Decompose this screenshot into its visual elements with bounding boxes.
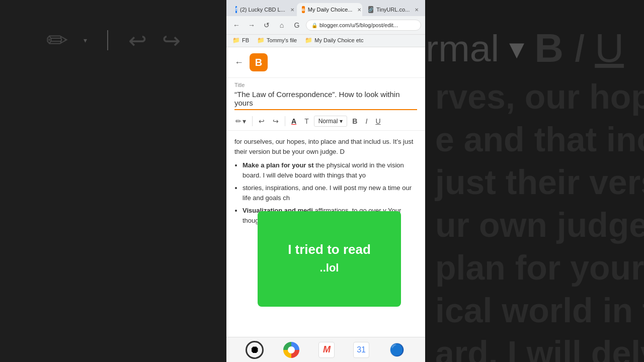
bold-button[interactable]: B [349, 115, 360, 127]
back-arrow-icon: ← [234, 57, 244, 67]
fourth-app-icon: 🔵 [389, 343, 405, 357]
bookmark-my-daily-choice[interactable]: 📁 My Daily Choice etc [303, 36, 365, 45]
tab-lucky-cbd-close[interactable]: ✕ [290, 7, 294, 13]
overlay-text-line2: ..lol [320, 259, 339, 276]
bg-pencil-icon: ✏ [46, 25, 68, 55]
tab-lucky-cbd-label: (2) Lucky CBD L... [240, 7, 285, 13]
toolbar-separator-1 [252, 116, 253, 126]
tab-lucky-cbd[interactable]: f (2) Lucky CBD L... ✕ [230, 3, 296, 16]
tab-my-daily-choice-label: My Daily Choice... [308, 7, 353, 13]
calendar-date: 31 [357, 345, 366, 354]
record-icon: ⏺ [250, 344, 260, 355]
green-overlay: I tried to read ..lol [258, 211, 401, 307]
tab-my-daily-choice-close[interactable]: ✕ [357, 7, 361, 13]
forward-button[interactable]: → [246, 19, 258, 31]
bookmark-mdc-icon: 📁 [305, 37, 312, 44]
bullet2-text: stories, inspirations, and one. I will p… [243, 184, 412, 202]
redo-icon: ↪ [273, 117, 279, 125]
bg-bold-label: B [534, 25, 564, 71]
google-icon: G [294, 21, 300, 29]
bg-content-text: rves, our hopes, e and that includ just … [425, 75, 644, 362]
font-color-button[interactable]: A [288, 115, 299, 127]
bg-line-1: rves, our hopes, [435, 75, 634, 118]
refresh-icon: ↺ [264, 21, 270, 29]
bookmarks-bar: 📁 FB 📁 Tommy's file 📁 My Daily Choice et… [226, 34, 425, 47]
address-bar[interactable]: 🔒 blogger.com/u/5/blog/post/edit... [306, 20, 421, 31]
bold-icon: B [352, 117, 357, 125]
blogger-favicon: B [302, 6, 305, 13]
bg-normal-label: Normal [425, 27, 499, 70]
back-icon: ← [233, 21, 240, 29]
tab-tinyurl[interactable]: 🔗 TinyURL.co... ✕ [363, 3, 421, 16]
calendar-button[interactable]: 31 [353, 342, 369, 358]
bookmark-fb[interactable]: 📁 FB [230, 36, 251, 45]
editor-toolbar: ✏ ▾ ↩ ↪ A T Normal ▾ B [226, 112, 425, 131]
undo-icon: ↩ [259, 117, 265, 125]
text-size-button[interactable]: T [301, 115, 312, 127]
google-button[interactable]: G [291, 19, 303, 31]
bottom-bar: ⏺ M 31 🔵 [226, 337, 425, 362]
bg-line-6: ical world in the [435, 289, 634, 332]
background-right: Normal ▾ B I U rves, our hopes, e and th… [425, 0, 644, 362]
undo-button[interactable]: ↩ [256, 115, 268, 127]
bookmark-mdc-label: My Daily Choice etc [314, 37, 363, 43]
bookmark-fb-icon: 📁 [232, 37, 240, 44]
post-title[interactable]: “The Law of Correspondence”. How to look… [234, 90, 417, 110]
bg-redo-icon: ↪ [162, 28, 181, 53]
browser-chrome: f (2) Lucky CBD L... ✕ B My Daily Choice… [226, 0, 425, 47]
fourth-app-button[interactable]: 🔵 [388, 341, 406, 359]
forward-icon: → [248, 21, 255, 29]
home-icon: ⌂ [280, 21, 284, 29]
bg-normal-chevron: ▾ [509, 31, 524, 66]
bg-pencil-chevron: ▾ [84, 36, 87, 44]
blogger-header: ← B [226, 47, 425, 78]
tab-tinyurl-label: TinyURL.co... [376, 7, 410, 13]
gmail-button[interactable]: M [318, 342, 335, 358]
tab-bar: f (2) Lucky CBD L... ✕ B My Daily Choice… [226, 0, 425, 16]
content-intro: for ourselves, our hopes, into place and… [234, 137, 417, 156]
font-color-icon: A [291, 117, 296, 125]
refresh-button[interactable]: ↺ [261, 19, 273, 31]
bookmark-tommy-label: Tommy's file [267, 37, 297, 43]
italic-button[interactable]: I [362, 115, 370, 127]
toolbar-separator-2 [285, 116, 285, 126]
record-button[interactable]: ⏺ [246, 341, 264, 359]
underline-button[interactable]: U [372, 115, 383, 127]
bg-italic-label: I [574, 25, 585, 71]
redo-button[interactable]: ↪ [270, 115, 282, 127]
bullet1-strong: Make a plan for your st [243, 161, 314, 169]
style-normal-label: Normal [318, 118, 338, 125]
bookmark-tommy-icon: 📁 [257, 37, 265, 44]
bg-line-4: ur own judge. D [435, 204, 634, 246]
tab-tinyurl-close[interactable]: ✕ [415, 7, 419, 13]
bookmark-fb-label: FB [242, 37, 249, 43]
pencil-tool-icon: ✏ [235, 117, 242, 125]
style-chevron: ▾ [340, 118, 343, 125]
back-button[interactable]: ← [230, 19, 243, 31]
underline-icon: U [375, 117, 380, 125]
tinyurl-favicon: 🔗 [368, 6, 373, 13]
bg-undo-icon: ↩ [128, 28, 147, 53]
editor-content-area[interactable]: for ourselves, our hopes, into place and… [226, 131, 425, 337]
italic-icon: I [365, 117, 367, 125]
lock-icon: 🔒 [311, 23, 317, 28]
bg-line-3: just their version [435, 161, 634, 204]
blogger-logo: B [250, 53, 268, 71]
gmail-icon-letter: M [323, 344, 331, 355]
pencil-tool-button[interactable]: ✏ ▾ [232, 115, 249, 127]
overlay-text-line1: I tried to read [288, 242, 371, 257]
blogger-back-button[interactable]: ← [234, 57, 244, 68]
title-area: Title “The Law of Correspondence”. How t… [226, 78, 425, 112]
blogger-editor: ← B Title “The Law of Correspondence”. H… [226, 47, 425, 362]
bookmark-tommys-file[interactable]: 📁 Tommy's file [255, 36, 299, 45]
tab-my-daily-choice[interactable]: B My Daily Choice... ✕ [297, 3, 362, 16]
chrome-button[interactable] [282, 341, 300, 359]
bg-line-2: e and that includ [435, 118, 634, 161]
chrome-icon [283, 342, 299, 358]
home-button[interactable]: ⌂ [276, 19, 288, 31]
bullet-item-1: Make a plan for your st the physical wor… [243, 160, 417, 180]
pencil-chevron: ▾ [243, 117, 246, 125]
bg-toolbar-left: ✏ ▾ ↩ ↪ [0, 15, 226, 65]
style-dropdown[interactable]: Normal ▾ [314, 116, 348, 127]
text-size-icon: T [304, 117, 309, 125]
